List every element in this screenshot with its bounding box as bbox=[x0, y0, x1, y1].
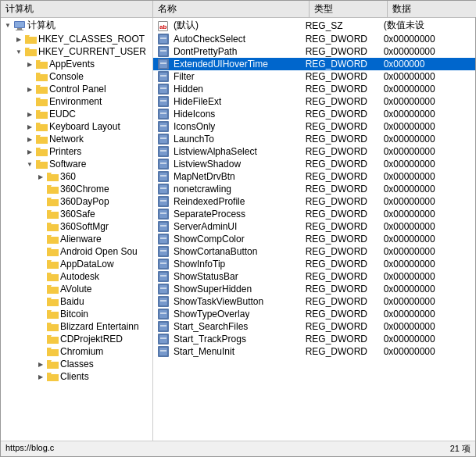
tree-item-avolute[interactable]: AVolute bbox=[1, 283, 152, 295]
tree-item-autodesk[interactable]: Autodesk bbox=[1, 270, 152, 283]
table-row[interactable]: HiddenREG_DWORD0x00000000 bbox=[153, 83, 475, 95]
tree-item-alienware[interactable]: Alienware bbox=[1, 233, 152, 245]
statusbar: https://blog.c 21 项 bbox=[1, 441, 475, 456]
table-row[interactable]: DontPrettyPathREG_DWORD0x00000000 bbox=[153, 45, 475, 58]
table-row[interactable]: ab(默认)REG_SZ(数值未设 bbox=[153, 18, 475, 33]
table-row[interactable]: FilterREG_DWORD0x00000000 bbox=[153, 70, 475, 83]
tree-item-blizzard_entertainn[interactable]: Blizzard Entertainn bbox=[1, 320, 152, 333]
reg-name: (默认) bbox=[174, 19, 199, 32]
tree-item-bitcoin[interactable]: Bitcoin bbox=[1, 308, 152, 320]
tree-toggle-printers[interactable]: ▶ bbox=[24, 148, 35, 155]
tree-item-360[interactable]: ▶ 360 bbox=[1, 170, 152, 183]
table-row[interactable]: Start_MenuInitREG_DWORD0x00000000 bbox=[153, 345, 475, 358]
table-row[interactable]: ServerAdminUIREG_DWORD0x00000000 bbox=[153, 220, 475, 233]
tree-toggle-appevents[interactable]: ▶ bbox=[24, 61, 35, 68]
tree-item-android_open_sou[interactable]: Android Open Sou bbox=[1, 245, 152, 258]
tree-item-keyboard_layout[interactable]: ▶ Keyboard Layout bbox=[1, 120, 152, 133]
table-scroll-area[interactable]: ab(默认)REG_SZ(数值未设 AutoCheckSelectREG_DWO… bbox=[153, 18, 475, 441]
table-row[interactable]: ShowStatusBarREG_DWORD0x00000000 bbox=[153, 270, 475, 283]
tree-item-software[interactable]: ▼ Software bbox=[1, 158, 152, 170]
dword-icon bbox=[158, 59, 169, 70]
table-row[interactable]: ShowTaskViewButtonREG_DWORD0x00000000 bbox=[153, 295, 475, 308]
tree-item-chromium[interactable]: Chromium bbox=[1, 345, 152, 358]
tree-toggle-classes[interactable]: ▶ bbox=[35, 361, 46, 368]
reg-data: 0x00000000 bbox=[379, 183, 475, 195]
tree-toggle-hkey_current_user[interactable]: ▼ bbox=[13, 48, 24, 55]
table-row[interactable]: HideFileExtREG_DWORD0x00000000 bbox=[153, 95, 475, 108]
tree-toggle-eudc[interactable]: ▶ bbox=[24, 111, 35, 118]
table-row[interactable]: nonetcrawlingREG_DWORD0x00000000 bbox=[153, 183, 475, 195]
table-row[interactable]: ReindexedProfileREG_DWORD0x00000000 bbox=[153, 195, 475, 208]
tree-item-baidu[interactable]: Baidu bbox=[1, 295, 152, 308]
folder-icon bbox=[24, 34, 37, 45]
tree-item-computer[interactable]: ▼ 计算机 bbox=[1, 18, 152, 33]
folder-icon bbox=[46, 334, 59, 345]
table-row[interactable]: ListviewAlphaSelectREG_DWORD0x00000000 bbox=[153, 145, 475, 158]
table-row[interactable]: ShowCompColorREG_DWORD0x00000000 bbox=[153, 233, 475, 245]
table-row[interactable]: ExtendedUIHoverTimeREG_DWORD0x000000 bbox=[153, 58, 475, 70]
reg-type: REG_DWORD bbox=[301, 158, 379, 170]
tree-item-hkey_current_user[interactable]: ▼ HKEY_CURRENT_USER bbox=[1, 45, 152, 58]
tree-item-360chrome[interactable]: 360Chrome bbox=[1, 183, 152, 195]
table-row[interactable]: ShowTypeOverlayREG_DWORD0x00000000 bbox=[153, 308, 475, 320]
table-row[interactable]: MapNetDrvBtnREG_DWORD0x00000000 bbox=[153, 170, 475, 183]
tree-item-360safe[interactable]: 360Safe bbox=[1, 208, 152, 220]
reg-type: REG_DWORD bbox=[301, 245, 379, 258]
reg-name: HideFileExt bbox=[174, 96, 221, 107]
svg-rect-42 bbox=[160, 187, 166, 189]
reg-data: 0x00000000 bbox=[379, 245, 475, 258]
table-row[interactable]: HideIconsREG_DWORD0x00000000 bbox=[153, 108, 475, 120]
folder-icon bbox=[35, 109, 48, 120]
reg-data: 0x00000000 bbox=[379, 283, 475, 295]
tree-toggle-360[interactable]: ▶ bbox=[35, 173, 46, 180]
folder-icon bbox=[24, 46, 37, 57]
table-row[interactable]: Start_TrackProgsREG_DWORD0x00000000 bbox=[153, 333, 475, 345]
tree-item-appdatalow[interactable]: AppDataLow bbox=[1, 258, 152, 270]
table-row[interactable]: LaunchToREG_DWORD0x00000000 bbox=[153, 133, 475, 145]
tree-label-printers: Printers bbox=[49, 146, 81, 157]
table-row[interactable]: ShowCortanaButtonREG_DWORD0x00000000 bbox=[153, 245, 475, 258]
registry-tree[interactable]: ▼ 计算机▶ HKEY_CLASSES_ROOT▼ HKEY_CURRENT_U… bbox=[1, 18, 153, 441]
tree-item-control_panel[interactable]: ▶ Control Panel bbox=[1, 83, 152, 95]
table-row[interactable]: AutoCheckSelectREG_DWORD0x00000000 bbox=[153, 33, 475, 45]
tree-item-hkey_classes_root[interactable]: ▶ HKEY_CLASSES_ROOT bbox=[1, 33, 152, 45]
tree-toggle-keyboard_layout[interactable]: ▶ bbox=[24, 123, 35, 130]
folder-icon bbox=[46, 309, 59, 320]
tree-item-printers[interactable]: ▶ Printers bbox=[1, 145, 152, 158]
svg-rect-24 bbox=[160, 112, 166, 114]
tree-toggle-software[interactable]: ▼ bbox=[24, 161, 35, 168]
table-row[interactable]: Start_SearchFilesREG_DWORD0x00000000 bbox=[153, 320, 475, 333]
tree-toggle-control_panel[interactable]: ▶ bbox=[24, 86, 35, 93]
tree-item-clients[interactable]: ▶ Clients bbox=[1, 370, 152, 383]
dword-icon bbox=[158, 134, 169, 145]
svg-rect-63 bbox=[160, 275, 166, 277]
table-row[interactable]: IconsOnlyREG_DWORD0x00000000 bbox=[153, 120, 475, 133]
tree-item-network[interactable]: ▶ Network bbox=[1, 133, 152, 145]
reg-name: ListviewAlphaSelect bbox=[174, 146, 257, 157]
tree-item-eudc[interactable]: ▶ EUDC bbox=[1, 108, 152, 120]
dword-icon bbox=[158, 321, 169, 332]
tree-item-classes[interactable]: ▶ Classes bbox=[1, 358, 152, 370]
tree-item-cdprojektred[interactable]: CDProjektRED bbox=[1, 333, 152, 345]
tree-toggle-clients[interactable]: ▶ bbox=[35, 373, 46, 380]
dword-icon bbox=[158, 246, 169, 257]
reg-type: REG_DWORD bbox=[301, 120, 379, 133]
table-row[interactable]: ShowSuperHiddenREG_DWORD0x00000000 bbox=[153, 283, 475, 295]
svg-rect-36 bbox=[160, 162, 166, 164]
tree-item-360daypop[interactable]: 360DayPop bbox=[1, 195, 152, 208]
tree-toggle-hkey_classes_root[interactable]: ▶ bbox=[13, 36, 24, 43]
tree-toggle-computer[interactable]: ▼ bbox=[2, 22, 13, 29]
table-row[interactable]: ListviewShadowREG_DWORD0x00000000 bbox=[153, 158, 475, 170]
tree-item-appevents[interactable]: ▶ AppEvents bbox=[1, 58, 152, 70]
tree-item-console[interactable]: Console bbox=[1, 70, 152, 83]
tree-toggle-network[interactable]: ▶ bbox=[24, 136, 35, 143]
table-row[interactable]: ShowInfoTipREG_DWORD0x00000000 bbox=[153, 258, 475, 270]
tree-item-environment[interactable]: Environment bbox=[1, 95, 152, 108]
reg-data: (数值未设 bbox=[379, 18, 475, 33]
reg-type: REG_DWORD bbox=[301, 58, 379, 70]
dword-icon bbox=[158, 121, 169, 132]
tree-item-360softmgr[interactable]: 360SoftMgr bbox=[1, 220, 152, 233]
folder-icon bbox=[46, 221, 59, 232]
table-row[interactable]: SeparateProcessREG_DWORD0x00000000 bbox=[153, 208, 475, 220]
dword-icon bbox=[158, 309, 169, 320]
